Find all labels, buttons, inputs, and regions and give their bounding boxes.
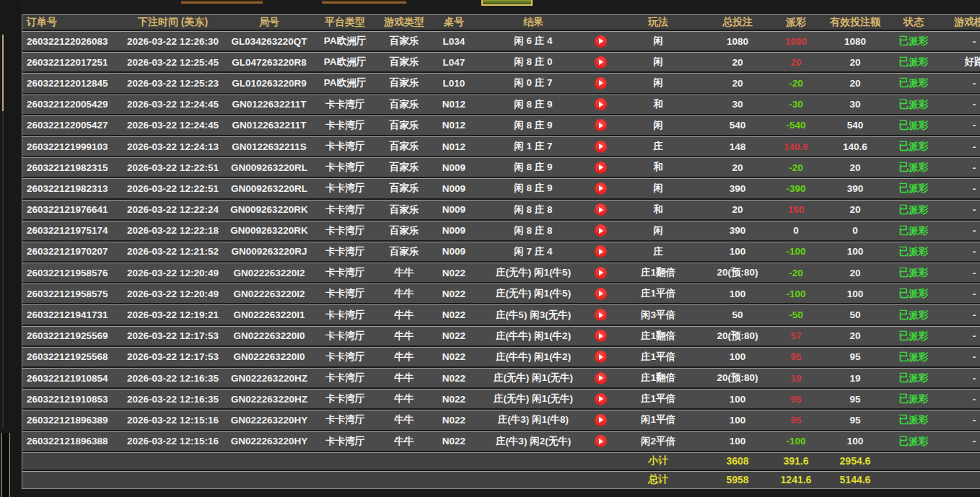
cell-gametype: 百家乐 xyxy=(377,35,431,48)
cell-tableno: N009 xyxy=(431,225,477,236)
replay-button[interactable] xyxy=(595,119,607,131)
top-partial-button-1[interactable] xyxy=(181,0,263,4)
column-header-round: 局号 xyxy=(226,16,312,29)
cell-gamemode: - xyxy=(939,36,980,47)
play-icon xyxy=(599,38,603,44)
cell-result: 闲 8 庄 8 xyxy=(477,203,590,216)
cell-order: 260322122017251 xyxy=(22,57,120,68)
cell-payout: 160 xyxy=(770,204,822,215)
play-icon xyxy=(599,375,603,381)
cell-totalbet: 540 xyxy=(705,120,770,131)
cell-payout: 95 xyxy=(770,415,822,426)
cell-tableno: N012 xyxy=(431,99,477,110)
cell-payout: -100 xyxy=(770,436,822,447)
cell-totalbet: 390 xyxy=(705,183,770,194)
cell-result: 闲 8 庄 9 xyxy=(477,182,590,195)
table-row: 2603221219823152026-03-22 12:22:51GN0092… xyxy=(22,157,980,177)
cell-totalbet: 100 xyxy=(705,394,770,405)
replay-button[interactable] xyxy=(595,414,607,426)
replay-button[interactable] xyxy=(595,141,607,153)
column-header-order: 订单号 xyxy=(22,16,120,29)
replay-button[interactable] xyxy=(595,372,607,384)
cell-gamemode: - xyxy=(939,373,980,384)
cell-validbet: 20 xyxy=(822,204,888,215)
cell-validbet: 20 xyxy=(822,57,888,68)
cell-tableno: N022 xyxy=(431,330,477,341)
cell-result: 闲 0 庄 7 xyxy=(477,76,590,89)
cell-totalbet: 20 xyxy=(705,162,770,173)
replay-button[interactable] xyxy=(595,330,607,342)
cell-time: 2026-03-22 12:26:30 xyxy=(120,36,226,47)
cell-result: 庄(牛3) 闲2(无牛) xyxy=(477,435,590,448)
cell-round: GN022263220HZ xyxy=(226,373,312,384)
top-partial-button-selected[interactable] xyxy=(481,0,533,6)
cell-validbet: 95 xyxy=(822,394,888,405)
replay-button[interactable] xyxy=(595,393,607,405)
replay-button[interactable] xyxy=(595,309,607,321)
bet-records-page: 订单号下注时间 (美东)局号平台类型游戏类型桌号结果玩法总投注派彩有效投注额状态… xyxy=(0,0,980,497)
cell-result: 闲 6 庄 4 xyxy=(477,35,590,48)
cell-totalbet: 20 xyxy=(705,57,770,68)
cell-round: GN022263220HY xyxy=(226,436,312,447)
cell-time: 2026-03-22 12:24:13 xyxy=(120,141,226,152)
column-header-time: 下注时间 (美东) xyxy=(120,16,226,29)
subtotal-validbet: 2954.6 xyxy=(822,455,888,467)
top-partial-button-2[interactable] xyxy=(322,0,406,4)
play-icon xyxy=(599,439,603,444)
cell-play: 和 xyxy=(611,98,705,111)
cell-result: 庄(无牛) 闲1(牛5) xyxy=(477,266,590,279)
total-label: 总计 xyxy=(611,473,705,486)
left-scrollbar-thumb[interactable] xyxy=(2,35,4,111)
cell-payout: -540 xyxy=(770,120,822,131)
cell-time: 2026-03-22 12:22:24 xyxy=(120,204,226,215)
cell-round: GN0122632211T xyxy=(226,120,312,131)
cell-gametype: 百家乐 xyxy=(377,98,431,111)
play-icon xyxy=(599,228,603,234)
table-row: 2603221219255682026-03-22 12:17:53GN0222… xyxy=(22,347,980,366)
replay-button[interactable] xyxy=(595,435,607,447)
replay-cell xyxy=(590,119,611,131)
cell-totalbet: 50 xyxy=(705,309,770,320)
bet-records-table: 订单号下注时间 (美东)局号平台类型游戏类型桌号结果玩法总投注派彩有效投注额状态… xyxy=(22,14,980,489)
cell-totalbet: 100 xyxy=(705,436,770,447)
cell-order: 260322121910854 xyxy=(22,373,120,384)
table-row: 2603221219766412026-03-22 12:22:24GN0092… xyxy=(22,200,980,219)
replay-button[interactable] xyxy=(595,267,607,279)
cell-tableno: N022 xyxy=(431,394,477,405)
cell-status: 已派彩 xyxy=(888,119,939,132)
cell-time: 2026-03-22 12:24:45 xyxy=(120,99,226,110)
cell-order: 260322122005429 xyxy=(22,99,120,110)
replay-button[interactable] xyxy=(595,98,607,110)
cell-totalbet: 100 xyxy=(705,415,770,426)
replay-cell xyxy=(590,393,611,405)
cell-round: GL047263220R8 xyxy=(226,57,312,68)
left-scrollbar-track[interactable] xyxy=(2,111,4,428)
replay-button[interactable] xyxy=(595,245,607,258)
cell-tableno: N022 xyxy=(431,373,477,384)
table-row: 2603221218963892026-03-22 12:15:16GN0222… xyxy=(22,410,980,429)
replay-button[interactable] xyxy=(595,56,607,69)
cell-round: GN009263220RK xyxy=(226,204,312,215)
cell-platform: 卡卡湾厅 xyxy=(312,203,377,216)
cell-platform: PA欧洲厅 xyxy=(312,76,377,89)
replay-button[interactable] xyxy=(595,224,607,237)
play-icon xyxy=(599,59,603,65)
cell-status: 已派彩 xyxy=(888,245,939,258)
cell-gamemode: 好路 xyxy=(939,56,980,69)
replay-button[interactable] xyxy=(595,288,607,300)
cell-gamemode: - xyxy=(939,141,980,152)
replay-button[interactable] xyxy=(595,77,607,89)
replay-button[interactable] xyxy=(595,182,607,195)
replay-button[interactable] xyxy=(595,203,607,216)
cell-tableno: N012 xyxy=(431,120,477,131)
table-row: 2603221219585762026-03-22 12:20:49GN0222… xyxy=(22,263,980,282)
cell-status: 已派彩 xyxy=(888,76,939,89)
replay-button[interactable] xyxy=(595,35,607,48)
cell-gametype: 百家乐 xyxy=(377,245,431,258)
replay-button[interactable] xyxy=(595,162,607,174)
cell-result: 庄(牛3) 闲1(牛8) xyxy=(477,413,590,426)
cell-tableno: N022 xyxy=(431,436,477,447)
cell-gamemode: - xyxy=(939,351,980,362)
replay-button[interactable] xyxy=(595,351,607,363)
cell-result: 闲 8 庄 8 xyxy=(477,224,590,237)
